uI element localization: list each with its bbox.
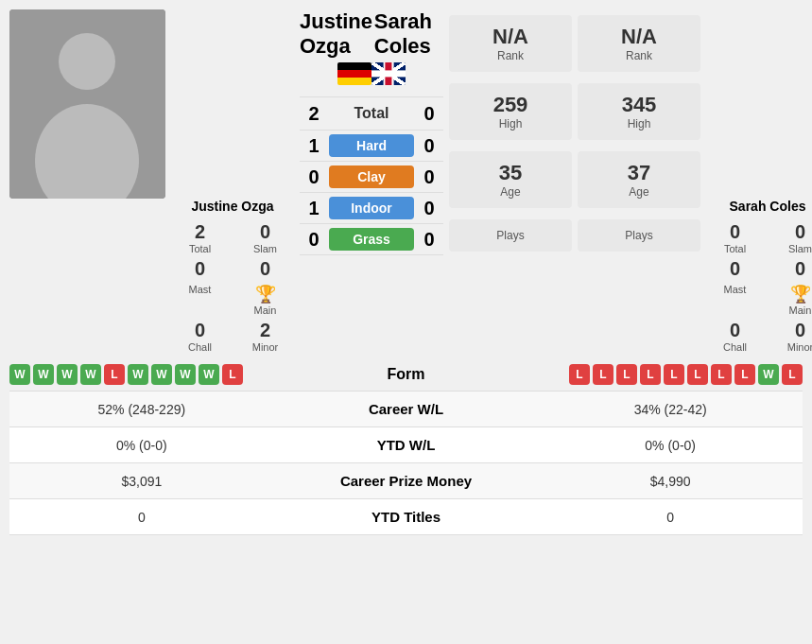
match-row-indoor: 1 Indoor 0 [300, 193, 443, 224]
left-main-value: 0 [260, 258, 270, 280]
data-row-right: $4,990 [538, 474, 803, 489]
right-flag [371, 62, 406, 89]
form-badge: W [175, 364, 196, 385]
right-minor-label: Minor [787, 341, 812, 353]
flag-gb-red-v [385, 62, 391, 85]
form-badge: L [616, 364, 637, 385]
total-badge: Total [329, 101, 414, 126]
form-badge: L [640, 364, 661, 385]
right-slam-cell: 0 Slam [771, 221, 812, 254]
main-container: Justine Ozga 2 Total 0 Slam 0 0 Mast [0, 0, 812, 545]
form-badge: L [711, 364, 732, 385]
right-stats-grid: 0 Total 0 Slam 0 0 Mast 🏆 Mai [706, 221, 812, 353]
right-age-label: Age [591, 185, 687, 199]
left-mast-cell: 0 [171, 258, 229, 280]
left-indoor-score: 1 [300, 198, 328, 219]
data-row-left: 0 [9, 510, 274, 525]
right-age-box: 37 Age [578, 151, 700, 208]
right-slam-value: 0 [795, 221, 805, 243]
right-chall-label: Chall [723, 341, 747, 353]
left-high-box: 259 High [449, 83, 572, 140]
right-total-label: Total [724, 243, 746, 254]
right-minor-value: 0 [795, 320, 805, 341]
form-badge: W [9, 364, 30, 385]
form-badge: W [33, 364, 54, 385]
right-form-badges: LLLLLLLLWL [538, 364, 803, 385]
form-badge: W [57, 364, 78, 385]
left-grass-score: 0 [300, 229, 328, 251]
data-row-left: 52% (248-229) [9, 402, 274, 417]
right-plays-label: Plays [591, 229, 687, 242]
left-total-score: 2 [300, 103, 328, 125]
left-chall-value: 0 [195, 320, 205, 341]
right-total-score: 0 [415, 103, 443, 125]
right-rank-value: N/A [591, 25, 687, 49]
right-plays-box: Plays [578, 219, 700, 252]
right-rank-label: Rank [591, 49, 687, 62]
flag-gb-icon [371, 62, 406, 85]
left-mast-value: 0 [195, 258, 205, 280]
left-total-value: 2 [195, 221, 205, 243]
right-high-box: 345 High [578, 83, 700, 140]
left-total-label: Total [189, 243, 211, 254]
data-row-right: 34% (22-42) [538, 402, 803, 417]
svg-point-1 [59, 33, 115, 90]
data-row: 0YTD Titles0 [9, 499, 803, 535]
right-chall-value: 0 [730, 320, 740, 341]
form-badge: L [664, 364, 684, 385]
right-chall-cell: 0 Chall [706, 320, 764, 353]
right-hard-score: 0 [415, 135, 443, 157]
left-main-label: Main [254, 305, 277, 316]
form-badge: L [734, 364, 755, 385]
right-main-label: Main [789, 305, 812, 316]
right-mast-value: 0 [730, 258, 740, 280]
left-chall-cell: 0 Chall [171, 320, 229, 353]
right-main-cell: 0 [771, 258, 812, 280]
left-minor-label: Minor [252, 341, 279, 353]
data-row-label: YTD Titles [274, 509, 539, 525]
right-rank-panel: N/A Rank 345 High 37 Age Plays [578, 9, 700, 255]
data-row: 52% (248-229)Career W/L34% (22-42) [9, 392, 803, 427]
right-indoor-score: 0 [415, 198, 443, 219]
left-name-top: Justine Ozga [300, 9, 374, 59]
match-rows: 2 Total 0 1 Hard 0 0 Clay 0 1 Indoor [300, 96, 443, 255]
right-minor-cell: 0 Minor [771, 320, 812, 353]
data-row-label: Career Prize Money [274, 473, 539, 489]
left-plays-label: Plays [462, 229, 559, 242]
left-slam-cell: 0 Slam [236, 221, 294, 254]
form-badge: L [593, 364, 613, 385]
left-mast-label: Mast [189, 284, 212, 295]
data-row-label: YTD W/L [274, 437, 539, 453]
form-badge: W [80, 364, 101, 385]
form-badge: W [199, 364, 219, 385]
right-mast-label-cell: Mast [706, 284, 764, 316]
left-high-label: High [462, 117, 559, 131]
match-row-hard: 1 Hard 0 [300, 131, 443, 162]
flags-row [300, 62, 443, 89]
left-slam-label: Slam [253, 243, 277, 254]
form-badge: L [104, 364, 125, 385]
data-rows: 52% (248-229)Career W/L34% (22-42)0% (0-… [9, 392, 803, 535]
form-badge: W [151, 364, 172, 385]
left-total-cell: 2 Total [171, 221, 229, 254]
left-chall-label: Chall [188, 341, 212, 353]
left-mast-label-cell: Mast [171, 284, 229, 316]
left-rank-box: N/A Rank [449, 15, 572, 72]
data-row-left: $3,091 [9, 474, 274, 489]
form-badge: L [569, 364, 590, 385]
left-trophy-icon: 🏆 [255, 284, 276, 305]
left-high-value: 259 [462, 93, 559, 117]
match-row-clay: 0 Clay 0 [300, 162, 443, 193]
flag-de-icon [337, 62, 371, 85]
form-row: WWWWLWWWWL Form LLLLLLLLWL [9, 358, 803, 392]
left-minor-value: 2 [260, 320, 270, 341]
left-form-badges: WWWWLWWWWL [9, 364, 274, 385]
hard-badge: Hard [329, 134, 414, 157]
form-badge: L [782, 364, 803, 385]
form-badge: W [758, 364, 779, 385]
right-total-value: 0 [730, 221, 740, 243]
left-rank-value: N/A [462, 25, 559, 49]
right-high-value: 345 [591, 93, 687, 117]
left-minor-cell: 2 Minor [236, 320, 294, 353]
right-grass-score: 0 [415, 229, 443, 251]
